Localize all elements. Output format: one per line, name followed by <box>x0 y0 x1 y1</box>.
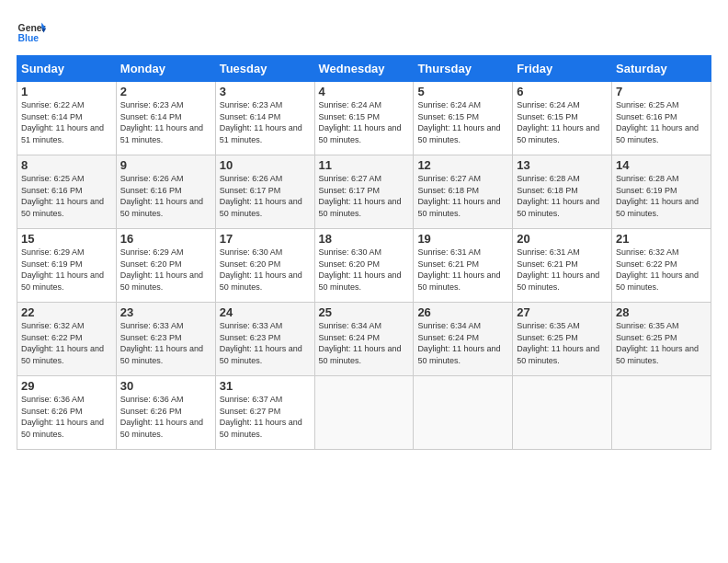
day-cell-20: 20Sunrise: 6:31 AMSunset: 6:21 PMDayligh… <box>513 229 612 303</box>
day-info: Sunrise: 6:24 AMSunset: 6:15 PMDaylight:… <box>517 99 608 145</box>
day-number: 14 <box>616 158 707 172</box>
svg-text:Blue: Blue <box>18 33 40 43</box>
day-cell-12: 12Sunrise: 6:27 AMSunset: 6:18 PMDayligh… <box>414 155 513 229</box>
empty-cell <box>612 376 711 450</box>
day-number: 12 <box>417 158 508 172</box>
day-cell-25: 25Sunrise: 6:34 AMSunset: 6:24 PMDayligh… <box>314 303 414 376</box>
day-number: 22 <box>21 305 112 319</box>
day-number: 23 <box>120 305 211 319</box>
day-info: Sunrise: 6:31 AMSunset: 6:21 PMDaylight:… <box>417 247 508 293</box>
day-number: 10 <box>220 158 311 172</box>
day-number: 4 <box>319 85 410 98</box>
week-row-4: 22Sunrise: 6:32 AMSunset: 6:22 PMDayligh… <box>17 303 711 376</box>
day-number: 26 <box>417 305 508 319</box>
day-cell-28: 28Sunrise: 6:35 AMSunset: 6:25 PMDayligh… <box>612 303 711 376</box>
week-row-2: 8Sunrise: 6:25 AMSunset: 6:16 PMDaylight… <box>17 155 711 229</box>
day-info: Sunrise: 6:26 AMSunset: 6:17 PMDaylight:… <box>220 173 311 219</box>
day-cell-6: 6Sunrise: 6:24 AMSunset: 6:15 PMDaylight… <box>513 82 612 155</box>
calendar-table: SundayMondayTuesdayWednesdayThursdayFrid… <box>17 55 711 450</box>
day-number: 2 <box>120 85 211 98</box>
day-info: Sunrise: 6:34 AMSunset: 6:24 PMDaylight:… <box>319 320 410 366</box>
day-cell-3: 3Sunrise: 6:23 AMSunset: 6:14 PMDaylight… <box>215 82 314 155</box>
day-cell-15: 15Sunrise: 6:29 AMSunset: 6:19 PMDayligh… <box>17 229 117 303</box>
empty-cell <box>414 376 513 450</box>
day-number: 28 <box>616 305 707 319</box>
day-info: Sunrise: 6:34 AMSunset: 6:24 PMDaylight:… <box>417 320 508 366</box>
day-info: Sunrise: 6:33 AMSunset: 6:23 PMDaylight:… <box>120 320 211 366</box>
day-info: Sunrise: 6:22 AMSunset: 6:14 PMDaylight:… <box>21 99 112 145</box>
day-cell-31: 31Sunrise: 6:37 AMSunset: 6:27 PMDayligh… <box>215 376 314 450</box>
day-number: 30 <box>120 379 211 393</box>
day-cell-5: 5Sunrise: 6:24 AMSunset: 6:15 PMDaylight… <box>414 82 513 155</box>
day-cell-13: 13Sunrise: 6:28 AMSunset: 6:18 PMDayligh… <box>513 155 612 229</box>
day-cell-27: 27Sunrise: 6:35 AMSunset: 6:25 PMDayligh… <box>513 303 612 376</box>
logo-icon: General Blue <box>17 17 46 46</box>
day-info: Sunrise: 6:27 AMSunset: 6:17 PMDaylight:… <box>319 173 410 219</box>
day-info: Sunrise: 6:32 AMSunset: 6:22 PMDaylight:… <box>21 320 112 366</box>
day-cell-19: 19Sunrise: 6:31 AMSunset: 6:21 PMDayligh… <box>414 229 513 303</box>
week-row-1: 1Sunrise: 6:22 AMSunset: 6:14 PMDaylight… <box>17 82 711 155</box>
day-number: 16 <box>120 232 211 246</box>
day-number: 29 <box>21 379 112 393</box>
day-cell-14: 14Sunrise: 6:28 AMSunset: 6:19 PMDayligh… <box>612 155 711 229</box>
day-number: 31 <box>220 379 311 393</box>
day-cell-26: 26Sunrise: 6:34 AMSunset: 6:24 PMDayligh… <box>414 303 513 376</box>
day-number: 7 <box>616 85 707 98</box>
day-info: Sunrise: 6:27 AMSunset: 6:18 PMDaylight:… <box>417 173 508 219</box>
day-info: Sunrise: 6:31 AMSunset: 6:21 PMDaylight:… <box>517 247 608 293</box>
col-header-sunday: Sunday <box>17 56 117 82</box>
header-row: SundayMondayTuesdayWednesdayThursdayFrid… <box>17 56 711 82</box>
day-cell-22: 22Sunrise: 6:32 AMSunset: 6:22 PMDayligh… <box>17 303 117 376</box>
day-info: Sunrise: 6:29 AMSunset: 6:19 PMDaylight:… <box>21 247 112 293</box>
day-number: 20 <box>517 232 608 246</box>
day-info: Sunrise: 6:36 AMSunset: 6:26 PMDaylight:… <box>21 394 112 440</box>
day-number: 11 <box>319 158 410 172</box>
day-cell-16: 16Sunrise: 6:29 AMSunset: 6:20 PMDayligh… <box>116 229 215 303</box>
col-header-friday: Friday <box>513 56 612 82</box>
day-info: Sunrise: 6:24 AMSunset: 6:15 PMDaylight:… <box>319 99 410 145</box>
day-info: Sunrise: 6:25 AMSunset: 6:16 PMDaylight:… <box>616 99 707 145</box>
col-header-thursday: Thursday <box>414 56 513 82</box>
day-number: 19 <box>417 232 508 246</box>
day-cell-21: 21Sunrise: 6:32 AMSunset: 6:22 PMDayligh… <box>612 229 711 303</box>
day-info: Sunrise: 6:23 AMSunset: 6:14 PMDaylight:… <box>120 99 211 145</box>
day-cell-9: 9Sunrise: 6:26 AMSunset: 6:16 PMDaylight… <box>116 155 215 229</box>
week-row-5: 29Sunrise: 6:36 AMSunset: 6:26 PMDayligh… <box>17 376 711 450</box>
day-info: Sunrise: 6:30 AMSunset: 6:20 PMDaylight:… <box>319 247 410 293</box>
day-cell-11: 11Sunrise: 6:27 AMSunset: 6:17 PMDayligh… <box>314 155 414 229</box>
day-info: Sunrise: 6:23 AMSunset: 6:14 PMDaylight:… <box>220 99 311 145</box>
logo: General Blue <box>17 17 46 46</box>
day-number: 15 <box>21 232 112 246</box>
day-cell-18: 18Sunrise: 6:30 AMSunset: 6:20 PMDayligh… <box>314 229 414 303</box>
day-info: Sunrise: 6:28 AMSunset: 6:18 PMDaylight:… <box>517 173 608 219</box>
day-number: 21 <box>616 232 707 246</box>
day-number: 17 <box>220 232 311 246</box>
day-number: 27 <box>517 305 608 319</box>
day-number: 6 <box>517 85 608 98</box>
day-info: Sunrise: 6:28 AMSunset: 6:19 PMDaylight:… <box>616 173 707 219</box>
day-number: 3 <box>220 85 311 98</box>
day-cell-24: 24Sunrise: 6:33 AMSunset: 6:23 PMDayligh… <box>215 303 314 376</box>
day-info: Sunrise: 6:24 AMSunset: 6:15 PMDaylight:… <box>417 99 508 145</box>
day-cell-2: 2Sunrise: 6:23 AMSunset: 6:14 PMDaylight… <box>116 82 215 155</box>
day-info: Sunrise: 6:35 AMSunset: 6:25 PMDaylight:… <box>616 320 707 366</box>
day-cell-29: 29Sunrise: 6:36 AMSunset: 6:26 PMDayligh… <box>17 376 117 450</box>
week-row-3: 15Sunrise: 6:29 AMSunset: 6:19 PMDayligh… <box>17 229 711 303</box>
col-header-wednesday: Wednesday <box>314 56 414 82</box>
day-number: 9 <box>120 158 211 172</box>
day-number: 13 <box>517 158 608 172</box>
day-cell-4: 4Sunrise: 6:24 AMSunset: 6:15 PMDaylight… <box>314 82 414 155</box>
day-info: Sunrise: 6:32 AMSunset: 6:22 PMDaylight:… <box>616 247 707 293</box>
empty-cell <box>513 376 612 450</box>
day-info: Sunrise: 6:36 AMSunset: 6:26 PMDaylight:… <box>120 394 211 440</box>
day-number: 1 <box>21 85 112 98</box>
day-number: 8 <box>21 158 112 172</box>
day-number: 25 <box>319 305 410 319</box>
col-header-monday: Monday <box>116 56 215 82</box>
day-number: 18 <box>319 232 410 246</box>
day-info: Sunrise: 6:33 AMSunset: 6:23 PMDaylight:… <box>220 320 311 366</box>
day-info: Sunrise: 6:37 AMSunset: 6:27 PMDaylight:… <box>220 394 311 440</box>
day-info: Sunrise: 6:26 AMSunset: 6:16 PMDaylight:… <box>120 173 211 219</box>
day-cell-10: 10Sunrise: 6:26 AMSunset: 6:17 PMDayligh… <box>215 155 314 229</box>
col-header-tuesday: Tuesday <box>215 56 314 82</box>
